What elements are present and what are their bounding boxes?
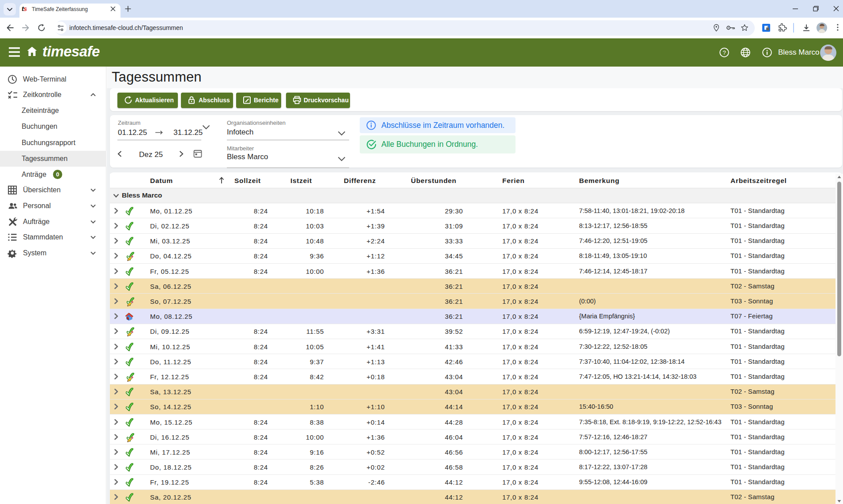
svg-text:?: ? — [723, 49, 726, 56]
